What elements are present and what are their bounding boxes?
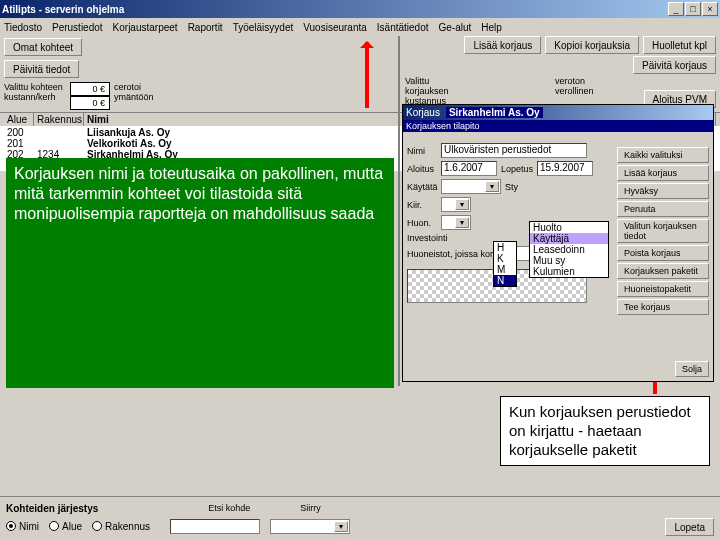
rcost-cm1: veroton: [555, 76, 617, 86]
aloitus-input[interactable]: 1.6.2007: [441, 161, 497, 176]
paivita-korjaus-button[interactable]: Päivitä korjaus: [633, 56, 716, 74]
radio-dot-icon: [92, 521, 102, 531]
kaytata-combo[interactable]: [441, 179, 501, 194]
list-item[interactable]: Kulumien: [530, 266, 608, 277]
col-rak-header: Rakennus: [34, 113, 84, 126]
cost-label-block: Valittu kohteen kustann/kerh: [4, 82, 66, 102]
menu-help[interactable]: Help: [481, 22, 502, 33]
sty-dropdown-list[interactable]: Huolto Käyttäjä Leasedoinn Muu sy Kulumi…: [529, 221, 609, 278]
poista-korjaus-button[interactable]: Poista korjaus: [617, 245, 709, 261]
solja-button[interactable]: Solja: [675, 361, 709, 377]
rcost-cm: veroton verollinen: [555, 76, 617, 106]
kaikki-valituksi-button[interactable]: Kaikki valituksi: [617, 147, 709, 163]
rcost-label-1: Valittu korjauksen: [405, 76, 467, 96]
cost-v2: 0 €: [70, 96, 110, 110]
list-item[interactable]: Muu sy: [530, 255, 608, 266]
etsi-label: Etsi kohde: [208, 503, 250, 513]
lisaa-korjaus-dlg-button[interactable]: Lisää korjaus: [617, 165, 709, 181]
cost-label-1: Valittu kohteen: [4, 82, 66, 92]
cost-v1: 0 €: [70, 82, 110, 96]
list-item[interactable]: M: [494, 264, 516, 275]
cost-cm: cerotoi ymäntöön: [114, 82, 176, 102]
investointi-label: Investointi: [407, 233, 448, 243]
huolletut-button[interactable]: Huolletut kpl: [643, 36, 716, 54]
cost-cm1: cerotoi: [114, 82, 176, 92]
peruuta-button[interactable]: Peruuta: [617, 201, 709, 217]
radio-nimi[interactable]: Nimi: [6, 521, 39, 532]
menu-perustiedot[interactable]: Perustiedot: [52, 22, 103, 33]
top-right-buttons-2: Päivitä korjaus: [633, 56, 716, 74]
hyvaksy-button[interactable]: Hyväksy: [617, 183, 709, 199]
siirry-combo[interactable]: [270, 519, 350, 534]
rcost-cm2: verollinen: [555, 86, 617, 96]
vertical-divider: [398, 36, 400, 386]
cost-values: 0 € 0 €: [70, 82, 110, 110]
dialog-title-prefix: Korjaus: [406, 107, 440, 118]
nimi-label: Nimi: [407, 146, 437, 156]
radio-dot-icon: [49, 521, 59, 531]
radio-dot-icon: [6, 521, 16, 531]
korjauksen-paketit-button[interactable]: Korjauksen paketit: [617, 263, 709, 279]
col-alue-header: Alue: [4, 113, 34, 126]
list-item[interactable]: N: [494, 275, 516, 286]
etsi-input[interactable]: [170, 519, 260, 534]
white-note: Kun korjauksen perustiedot on kirjattu -…: [500, 396, 710, 466]
footer: Kohteiden järjestys Etsi kohde Siirry Ni…: [0, 496, 720, 540]
green-tooltip: Korjauksen nimi ja toteutusaika on pakol…: [6, 158, 394, 388]
radio-alue[interactable]: Alue: [49, 521, 82, 532]
top-right-buttons: Lisää korjaus Kopioi korjauksia Huolletu…: [464, 36, 716, 54]
right-cost-area: Valittu korjauksen kustannus veroton ver…: [405, 76, 617, 106]
siirry-label: Siirry: [300, 503, 321, 513]
lopeta-button[interactable]: Lopeta: [665, 518, 714, 536]
kopioi-button[interactable]: Kopioi korjauksia: [545, 36, 639, 54]
nimi-input[interactable]: Ulkoväristen perustiedot: [441, 143, 587, 158]
omat-kohteet-button[interactable]: Omat kohteet: [4, 38, 82, 56]
dialog-title-target: Sirkanhelmi As. Oy: [446, 107, 543, 118]
huoneistopaketit-button[interactable]: Huoneistopaketit: [617, 281, 709, 297]
red-arrow-up-icon: [365, 42, 369, 108]
kaytata-label: Käytätä: [407, 182, 437, 192]
menu-vuosiseuranta[interactable]: Vuosiseuranta: [303, 22, 367, 33]
dialog-titlebar: Korjaus Sirkanhelmi As. Oy: [403, 105, 713, 120]
minimize-button[interactable]: _: [668, 2, 684, 16]
valitun-korjauksen-button[interactable]: Valitun korjauksen tiedot: [617, 219, 709, 243]
titlebar: Atilipts - serverin ohjelma _ □ ×: [0, 0, 720, 18]
list-item[interactable]: Leasedoinn: [530, 244, 608, 255]
lopetus-label: Lopetus: [501, 164, 533, 174]
menu-tyoelaisyys[interactable]: Työeläisyydet: [233, 22, 294, 33]
list-item[interactable]: Käyttäjä: [530, 233, 608, 244]
list-item[interactable]: Huolto: [530, 222, 608, 233]
kiir-label: Kiir.: [407, 200, 437, 210]
lopetus-input[interactable]: 15.9.2007: [537, 161, 593, 176]
korjaus-dialog: Korjaus Sirkanhelmi As. Oy Korjauksen ti…: [402, 104, 714, 382]
lisaa-korjaus-button[interactable]: Lisää korjaus: [464, 36, 541, 54]
cost-cm2: ymäntöön: [114, 92, 176, 102]
huone-combo[interactable]: [441, 215, 471, 230]
menu-korjaustarpeet[interactable]: Korjaustarpeet: [113, 22, 178, 33]
maximize-button[interactable]: □: [685, 2, 701, 16]
huone-label: Huon.: [407, 218, 437, 228]
jarjestys-label: Kohteiden järjestys: [6, 503, 98, 514]
menu-raportit[interactable]: Raportit: [188, 22, 223, 33]
window-title: Atilipts - serverin ohjelma: [2, 4, 668, 15]
kiir-dropdown-list[interactable]: H K M N: [493, 241, 517, 287]
rcost-label-block: Valittu korjauksen kustannus: [405, 76, 467, 106]
kiir-combo[interactable]: [441, 197, 471, 212]
menu-gealut[interactable]: Ge-alut: [439, 22, 472, 33]
korjauksen-tilapito-header: Korjauksen tilapito: [403, 120, 713, 132]
close-button[interactable]: ×: [702, 2, 718, 16]
list-item[interactable]: H: [494, 242, 516, 253]
radio-rakennus[interactable]: Rakennus: [92, 521, 150, 532]
menu-tiedosto[interactable]: Tiedosto: [4, 22, 42, 33]
window-buttons: _ □ ×: [668, 2, 718, 16]
list-item[interactable]: K: [494, 253, 516, 264]
aloitus-label: Aloitus: [407, 164, 437, 174]
dialog-button-column: Kaikki valituksi Lisää korjaus Hyväksy P…: [617, 147, 709, 315]
paivita-tiedot-button[interactable]: Päivitä tiedot: [4, 60, 79, 78]
tee-korjaus-button[interactable]: Tee korjaus: [617, 299, 709, 315]
menu-isantatiedot[interactable]: Isäntätiedot: [377, 22, 429, 33]
huoneistot-label: Huoneistot, joissa korj.: [407, 249, 498, 259]
cost-label-2: kustann/kerh: [4, 92, 66, 102]
sty-label: Sty: [505, 182, 518, 192]
